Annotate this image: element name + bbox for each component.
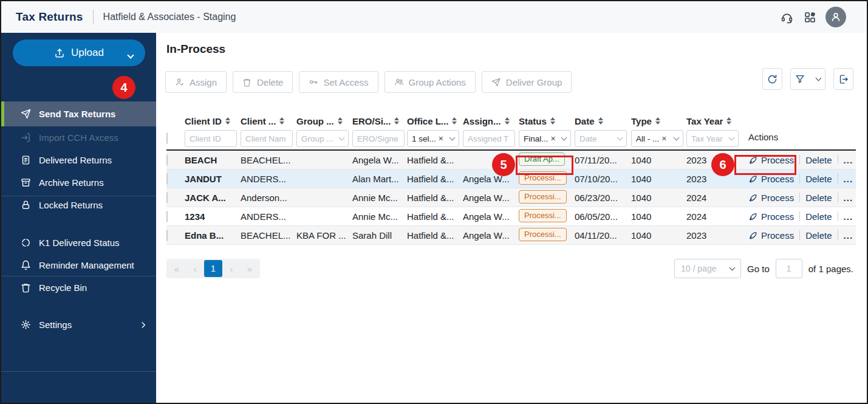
column-header-client-id[interactable]: Client ID xyxy=(185,116,241,126)
delete-label: Delete xyxy=(257,77,283,87)
more-actions-button[interactable]: ... xyxy=(844,211,853,222)
delete-row-button[interactable]: Delete xyxy=(805,211,832,222)
next-page-button[interactable]: › xyxy=(222,260,241,277)
rocket-icon xyxy=(748,212,757,221)
column-header-assigned-to[interactable]: Assign... xyxy=(463,116,519,126)
process-button[interactable]: Process xyxy=(748,211,794,222)
process-button[interactable]: Process xyxy=(748,174,794,184)
sidebar-item-k1-delivered-status[interactable]: K1 Delivered Status xyxy=(1,231,156,254)
row-checkbox[interactable] xyxy=(166,154,168,166)
current-page-button[interactable]: 1 xyxy=(204,260,222,277)
column-header-tax-year[interactable]: Tax Year xyxy=(686,116,741,126)
delete-row-button[interactable]: Delete xyxy=(805,193,832,203)
filter-button[interactable] xyxy=(790,68,825,90)
sidebar-item-label: Send Tax Returns xyxy=(39,109,115,119)
client-id-cell: 1234 xyxy=(185,211,241,222)
column-header-type[interactable]: Type xyxy=(631,116,686,126)
group-actions-button[interactable]: Group Actions xyxy=(384,71,476,93)
page-title: In-Process xyxy=(166,43,225,56)
set-access-button[interactable]: Set Access xyxy=(299,71,378,93)
last-page-button[interactable]: » xyxy=(241,260,259,277)
more-actions-button[interactable]: ... xyxy=(844,174,853,184)
delete-button[interactable]: Delete xyxy=(233,71,293,93)
type-filter-select[interactable]: All - ...× xyxy=(631,130,683,147)
column-header-status[interactable]: Status xyxy=(519,116,575,126)
clear-filter-icon[interactable]: × xyxy=(551,134,556,143)
refresh-button[interactable] xyxy=(762,68,782,90)
ero-signer-filter-input[interactable] xyxy=(352,130,405,147)
sidebar-item-reminder-management[interactable]: Reminder Management xyxy=(1,254,156,276)
row-checkbox[interactable] xyxy=(166,211,168,222)
row-checkbox[interactable] xyxy=(166,230,168,241)
sidebar-item-send-tax-returns[interactable]: Send Tax Returns xyxy=(1,101,156,126)
deliver-group-button[interactable]: Deliver Group xyxy=(482,71,572,93)
status-filter-select[interactable]: Final...× xyxy=(519,130,571,147)
client-name-filter-input[interactable] xyxy=(241,130,293,147)
process-button[interactable]: Process xyxy=(748,230,794,241)
actions-divider xyxy=(799,155,800,165)
column-header-group[interactable]: Group ... xyxy=(296,116,352,126)
sort-icon xyxy=(655,117,660,125)
sidebar-item-archive-returns[interactable]: Archive Returns xyxy=(1,171,156,194)
date-cell: 06/05/20... xyxy=(575,211,631,222)
assign-label: Assign xyxy=(190,77,217,87)
export-button[interactable] xyxy=(833,68,853,90)
row-checkbox[interactable] xyxy=(166,192,168,204)
assign-button[interactable]: Assign xyxy=(165,71,227,93)
actions-divider xyxy=(838,230,838,240)
page-size-select[interactable]: 10 / page xyxy=(674,259,741,278)
apps-grid-icon[interactable] xyxy=(802,10,817,24)
actions-divider xyxy=(799,211,800,221)
annotation-rect-status xyxy=(516,156,573,175)
sidebar-item-locked-returns[interactable]: Locked Returns xyxy=(1,194,156,216)
column-header-ero-signer[interactable]: ERO/Si... xyxy=(352,116,407,126)
user-avatar[interactable] xyxy=(825,7,846,27)
returns-table: Client ID Client ... Group ... ERO/Si...… xyxy=(166,112,856,245)
sidebar-item-delivered-returns[interactable]: Delivered Returns xyxy=(1,149,156,171)
row-checkbox[interactable] xyxy=(166,173,168,185)
ero-signer-cell: Annie Mc... xyxy=(352,211,407,222)
actions-divider xyxy=(838,211,838,221)
assigned-to-filter-input[interactable] xyxy=(463,130,515,147)
actions-divider xyxy=(838,174,838,183)
client-id-filter-input[interactable] xyxy=(185,130,237,147)
office-location-filter-select[interactable]: 1 sel...× xyxy=(407,130,459,147)
delete-row-button[interactable]: Delete xyxy=(805,230,832,241)
rocket-icon xyxy=(748,193,757,202)
key-icon xyxy=(309,77,318,87)
column-header-office-location[interactable]: Office L... xyxy=(407,116,463,126)
goto-page-input[interactable] xyxy=(776,259,802,278)
actions-divider xyxy=(838,155,838,165)
sidebar-item-recycle-bin[interactable]: Recycle Bin xyxy=(1,276,156,299)
sort-icon xyxy=(394,117,399,125)
select-all-checkbox[interactable] xyxy=(166,132,168,144)
sidebar-item-label: Recycle Bin xyxy=(39,282,87,293)
chevron-down-icon xyxy=(816,75,822,81)
upload-button[interactable]: Upload xyxy=(13,39,145,66)
delete-row-button[interactable]: Delete xyxy=(805,155,832,165)
group-filter-select[interactable]: Group ... xyxy=(296,130,349,147)
table-header-row: Client ID Client ... Group ... ERO/Si...… xyxy=(166,112,856,130)
clear-filter-icon[interactable]: × xyxy=(439,134,443,143)
headset-support-icon[interactable] xyxy=(779,10,794,24)
first-page-button[interactable]: « xyxy=(168,260,186,277)
table-tools xyxy=(762,68,853,90)
column-header-date[interactable]: Date xyxy=(575,116,631,126)
date-filter-select[interactable]: Date xyxy=(575,130,627,147)
status-badge: Processi... xyxy=(519,190,567,204)
more-actions-button[interactable]: ... xyxy=(844,230,853,241)
clear-filter-icon[interactable]: × xyxy=(661,134,666,143)
more-actions-button[interactable]: ... xyxy=(844,193,853,203)
client-id-cell: Edna B... xyxy=(185,230,241,241)
previous-page-button[interactable]: ‹ xyxy=(186,260,204,277)
annotation-badge-5: 5 xyxy=(492,153,515,176)
tax-year-filter-select[interactable]: Tax Year xyxy=(686,130,739,147)
delete-row-button[interactable]: Delete xyxy=(805,174,832,184)
column-header-client-name[interactable]: Client ... xyxy=(241,116,296,126)
chevron-down-icon xyxy=(674,134,680,140)
more-actions-button[interactable]: ... xyxy=(844,155,853,165)
process-button[interactable]: Process xyxy=(748,193,794,203)
column-header-actions: Actions xyxy=(741,132,856,147)
sidebar-item-settings[interactable]: Settings xyxy=(1,313,156,336)
sidebar-item-import-cch-axcess: Import CCH Axcess xyxy=(1,126,156,149)
